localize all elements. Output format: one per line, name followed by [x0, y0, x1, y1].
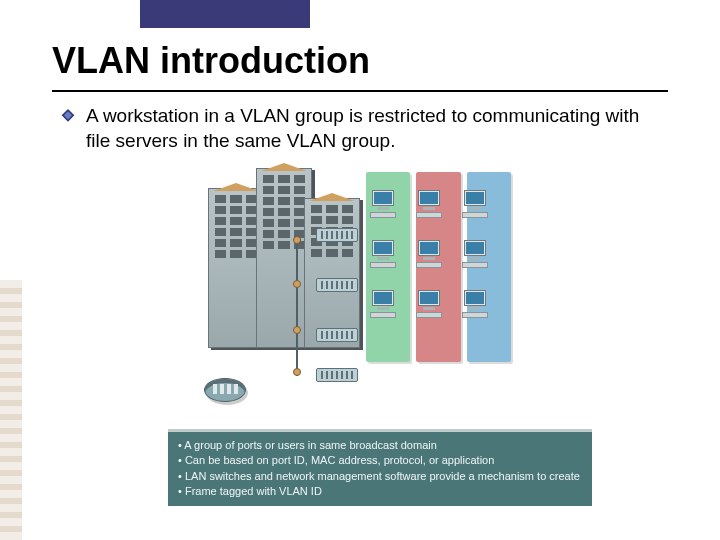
info-caption-box: A group of ports or users in same broadc… [168, 432, 592, 506]
slide-title: VLAN introduction [52, 40, 370, 82]
header-accent-bar [140, 0, 310, 28]
workstation-icon [414, 240, 448, 268]
workstation-icon [414, 290, 448, 318]
title-underline [52, 90, 668, 92]
workstation-row [368, 236, 508, 272]
info-item: A group of ports or users in same broadc… [178, 438, 582, 453]
info-item: LAN switches and network management soft… [178, 469, 582, 484]
trunk-line [296, 236, 298, 376]
workstation-row [368, 186, 508, 222]
buildings-icon [208, 168, 358, 348]
diamond-bullet-icon [60, 108, 76, 128]
side-decor-stripes [0, 280, 22, 540]
info-item: Can be based on port ID, MAC address, pr… [178, 453, 582, 468]
workstation-icon [414, 190, 448, 218]
workstation-icon [368, 190, 402, 218]
vlan-diagram [198, 168, 518, 408]
workstation-row [368, 286, 508, 322]
workstation-icon [460, 190, 494, 218]
workstation-icon [368, 240, 402, 268]
info-item: Frame tagged with VLAN ID [178, 484, 582, 499]
router-icon [204, 378, 246, 402]
bullet-row: A workstation in a VLAN group is restric… [60, 104, 660, 153]
workstation-icon [368, 290, 402, 318]
switch-icon [316, 278, 358, 292]
switch-icon [316, 228, 358, 242]
workstation-icon [460, 240, 494, 268]
switch-icon [316, 368, 358, 382]
bullet-text: A workstation in a VLAN group is restric… [86, 104, 660, 153]
switch-icon [316, 328, 358, 342]
workstation-icon [460, 290, 494, 318]
